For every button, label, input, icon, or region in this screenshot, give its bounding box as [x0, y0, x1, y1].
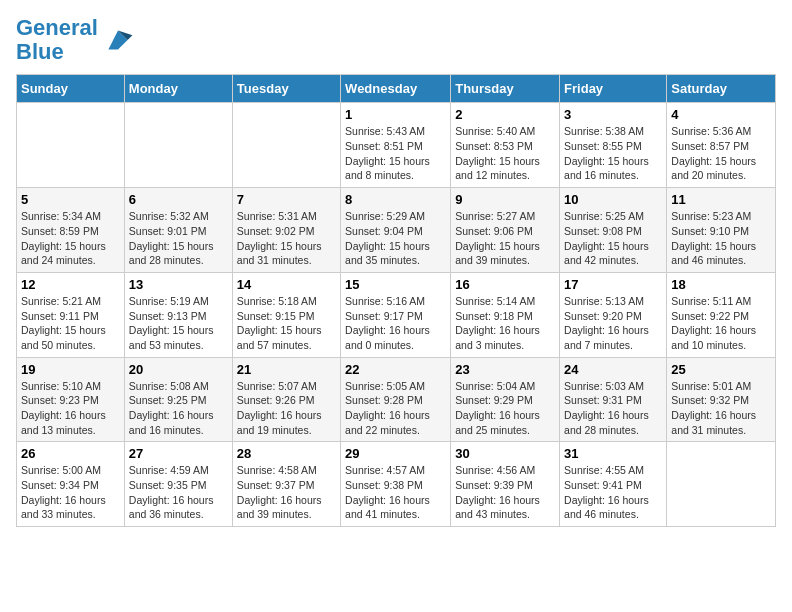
- day-number: 14: [237, 277, 336, 292]
- day-info: Sunrise: 4:56 AM Sunset: 9:39 PM Dayligh…: [455, 463, 555, 522]
- calendar-cell: 18Sunrise: 5:11 AM Sunset: 9:22 PM Dayli…: [667, 272, 776, 357]
- day-info: Sunrise: 5:19 AM Sunset: 9:13 PM Dayligh…: [129, 294, 228, 353]
- calendar-cell: [124, 103, 232, 188]
- day-number: 18: [671, 277, 771, 292]
- day-number: 9: [455, 192, 555, 207]
- header-row: SundayMondayTuesdayWednesdayThursdayFrid…: [17, 75, 776, 103]
- calendar-cell: [232, 103, 340, 188]
- week-row-1: 1Sunrise: 5:43 AM Sunset: 8:51 PM Daylig…: [17, 103, 776, 188]
- day-info: Sunrise: 5:27 AM Sunset: 9:06 PM Dayligh…: [455, 209, 555, 268]
- day-info: Sunrise: 5:03 AM Sunset: 9:31 PM Dayligh…: [564, 379, 662, 438]
- day-number: 3: [564, 107, 662, 122]
- calendar-cell: 14Sunrise: 5:18 AM Sunset: 9:15 PM Dayli…: [232, 272, 340, 357]
- calendar-cell: 11Sunrise: 5:23 AM Sunset: 9:10 PM Dayli…: [667, 188, 776, 273]
- logo-text: GeneralBlue: [16, 16, 98, 64]
- day-info: Sunrise: 5:16 AM Sunset: 9:17 PM Dayligh…: [345, 294, 446, 353]
- day-info: Sunrise: 5:31 AM Sunset: 9:02 PM Dayligh…: [237, 209, 336, 268]
- day-number: 25: [671, 362, 771, 377]
- calendar-cell: 21Sunrise: 5:07 AM Sunset: 9:26 PM Dayli…: [232, 357, 340, 442]
- calendar-cell: [667, 442, 776, 527]
- day-info: Sunrise: 4:59 AM Sunset: 9:35 PM Dayligh…: [129, 463, 228, 522]
- day-info: Sunrise: 5:04 AM Sunset: 9:29 PM Dayligh…: [455, 379, 555, 438]
- day-header-thursday: Thursday: [451, 75, 560, 103]
- day-number: 5: [21, 192, 120, 207]
- calendar-cell: 15Sunrise: 5:16 AM Sunset: 9:17 PM Dayli…: [341, 272, 451, 357]
- day-number: 12: [21, 277, 120, 292]
- week-row-5: 26Sunrise: 5:00 AM Sunset: 9:34 PM Dayli…: [17, 442, 776, 527]
- day-number: 31: [564, 446, 662, 461]
- day-info: Sunrise: 5:01 AM Sunset: 9:32 PM Dayligh…: [671, 379, 771, 438]
- calendar-cell: 30Sunrise: 4:56 AM Sunset: 9:39 PM Dayli…: [451, 442, 560, 527]
- calendar-cell: 19Sunrise: 5:10 AM Sunset: 9:23 PM Dayli…: [17, 357, 125, 442]
- day-number: 7: [237, 192, 336, 207]
- day-number: 16: [455, 277, 555, 292]
- day-number: 28: [237, 446, 336, 461]
- calendar-cell: 26Sunrise: 5:00 AM Sunset: 9:34 PM Dayli…: [17, 442, 125, 527]
- day-info: Sunrise: 4:55 AM Sunset: 9:41 PM Dayligh…: [564, 463, 662, 522]
- calendar-cell: 4Sunrise: 5:36 AM Sunset: 8:57 PM Daylig…: [667, 103, 776, 188]
- day-number: 27: [129, 446, 228, 461]
- day-number: 17: [564, 277, 662, 292]
- day-info: Sunrise: 5:05 AM Sunset: 9:28 PM Dayligh…: [345, 379, 446, 438]
- calendar-cell: 2Sunrise: 5:40 AM Sunset: 8:53 PM Daylig…: [451, 103, 560, 188]
- calendar-cell: 29Sunrise: 4:57 AM Sunset: 9:38 PM Dayli…: [341, 442, 451, 527]
- day-info: Sunrise: 5:23 AM Sunset: 9:10 PM Dayligh…: [671, 209, 771, 268]
- calendar-cell: 31Sunrise: 4:55 AM Sunset: 9:41 PM Dayli…: [560, 442, 667, 527]
- day-header-sunday: Sunday: [17, 75, 125, 103]
- day-number: 4: [671, 107, 771, 122]
- day-info: Sunrise: 5:34 AM Sunset: 8:59 PM Dayligh…: [21, 209, 120, 268]
- calendar-cell: 3Sunrise: 5:38 AM Sunset: 8:55 PM Daylig…: [560, 103, 667, 188]
- calendar-cell: 10Sunrise: 5:25 AM Sunset: 9:08 PM Dayli…: [560, 188, 667, 273]
- day-info: Sunrise: 4:57 AM Sunset: 9:38 PM Dayligh…: [345, 463, 446, 522]
- day-header-wednesday: Wednesday: [341, 75, 451, 103]
- day-info: Sunrise: 5:11 AM Sunset: 9:22 PM Dayligh…: [671, 294, 771, 353]
- day-header-friday: Friday: [560, 75, 667, 103]
- day-number: 26: [21, 446, 120, 461]
- day-info: Sunrise: 5:38 AM Sunset: 8:55 PM Dayligh…: [564, 124, 662, 183]
- calendar-cell: 17Sunrise: 5:13 AM Sunset: 9:20 PM Dayli…: [560, 272, 667, 357]
- day-number: 11: [671, 192, 771, 207]
- day-number: 23: [455, 362, 555, 377]
- day-number: 8: [345, 192, 446, 207]
- day-number: 15: [345, 277, 446, 292]
- calendar-cell: 22Sunrise: 5:05 AM Sunset: 9:28 PM Dayli…: [341, 357, 451, 442]
- day-info: Sunrise: 5:43 AM Sunset: 8:51 PM Dayligh…: [345, 124, 446, 183]
- day-info: Sunrise: 5:14 AM Sunset: 9:18 PM Dayligh…: [455, 294, 555, 353]
- calendar-cell: 20Sunrise: 5:08 AM Sunset: 9:25 PM Dayli…: [124, 357, 232, 442]
- day-number: 20: [129, 362, 228, 377]
- calendar-cell: 23Sunrise: 5:04 AM Sunset: 9:29 PM Dayli…: [451, 357, 560, 442]
- calendar-cell: 7Sunrise: 5:31 AM Sunset: 9:02 PM Daylig…: [232, 188, 340, 273]
- calendar-cell: 8Sunrise: 5:29 AM Sunset: 9:04 PM Daylig…: [341, 188, 451, 273]
- day-number: 21: [237, 362, 336, 377]
- day-info: Sunrise: 5:29 AM Sunset: 9:04 PM Dayligh…: [345, 209, 446, 268]
- day-info: Sunrise: 5:25 AM Sunset: 9:08 PM Dayligh…: [564, 209, 662, 268]
- logo: GeneralBlue: [16, 16, 134, 64]
- day-number: 13: [129, 277, 228, 292]
- calendar-cell: 27Sunrise: 4:59 AM Sunset: 9:35 PM Dayli…: [124, 442, 232, 527]
- page-header: GeneralBlue: [16, 16, 776, 64]
- logo-icon: [102, 24, 134, 56]
- calendar-cell: 16Sunrise: 5:14 AM Sunset: 9:18 PM Dayli…: [451, 272, 560, 357]
- calendar-table: SundayMondayTuesdayWednesdayThursdayFrid…: [16, 74, 776, 527]
- week-row-3: 12Sunrise: 5:21 AM Sunset: 9:11 PM Dayli…: [17, 272, 776, 357]
- week-row-2: 5Sunrise: 5:34 AM Sunset: 8:59 PM Daylig…: [17, 188, 776, 273]
- calendar-cell: 1Sunrise: 5:43 AM Sunset: 8:51 PM Daylig…: [341, 103, 451, 188]
- day-info: Sunrise: 5:00 AM Sunset: 9:34 PM Dayligh…: [21, 463, 120, 522]
- day-number: 30: [455, 446, 555, 461]
- day-number: 6: [129, 192, 228, 207]
- calendar-cell: 24Sunrise: 5:03 AM Sunset: 9:31 PM Dayli…: [560, 357, 667, 442]
- day-number: 2: [455, 107, 555, 122]
- calendar-cell: 13Sunrise: 5:19 AM Sunset: 9:13 PM Dayli…: [124, 272, 232, 357]
- calendar-cell: 28Sunrise: 4:58 AM Sunset: 9:37 PM Dayli…: [232, 442, 340, 527]
- calendar-cell: 5Sunrise: 5:34 AM Sunset: 8:59 PM Daylig…: [17, 188, 125, 273]
- day-info: Sunrise: 5:40 AM Sunset: 8:53 PM Dayligh…: [455, 124, 555, 183]
- day-info: Sunrise: 5:32 AM Sunset: 9:01 PM Dayligh…: [129, 209, 228, 268]
- day-info: Sunrise: 5:21 AM Sunset: 9:11 PM Dayligh…: [21, 294, 120, 353]
- day-number: 1: [345, 107, 446, 122]
- day-header-saturday: Saturday: [667, 75, 776, 103]
- day-info: Sunrise: 5:07 AM Sunset: 9:26 PM Dayligh…: [237, 379, 336, 438]
- day-header-monday: Monday: [124, 75, 232, 103]
- calendar-cell: 6Sunrise: 5:32 AM Sunset: 9:01 PM Daylig…: [124, 188, 232, 273]
- day-number: 19: [21, 362, 120, 377]
- day-info: Sunrise: 4:58 AM Sunset: 9:37 PM Dayligh…: [237, 463, 336, 522]
